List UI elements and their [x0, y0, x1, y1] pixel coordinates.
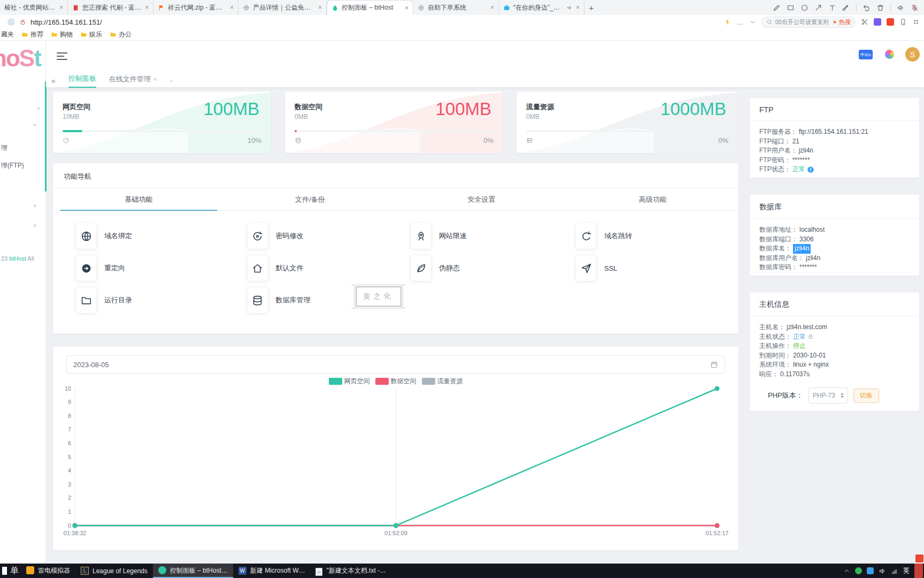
scissors-icon[interactable]	[861, 18, 868, 26]
sidebar-item-file-manage[interactable]: 理	[1, 143, 7, 153]
undo-icon[interactable]	[863, 4, 871, 12]
feature-item-4[interactable]: 域名跳转	[576, 223, 632, 249]
feature-label: SSL	[604, 264, 618, 272]
browser-tab-3[interactable]: 祥云代网.zip - 蓝奏云×	[153, 0, 238, 15]
avatar[interactable]: S	[905, 47, 920, 62]
nav-tab-3[interactable]: 安全设置	[396, 188, 567, 210]
ellipse-icon[interactable]	[800, 4, 808, 12]
php-version-select[interactable]: PHP-73	[808, 387, 848, 404]
feature-item-2[interactable]: 密码修改	[248, 223, 304, 249]
red-extension-icon[interactable]	[887, 18, 894, 26]
ime-language-indicator[interactable]: 英	[903, 566, 910, 575]
tab-close-icon[interactable]: ×	[230, 4, 234, 11]
tab-close-icon[interactable]: ×	[145, 4, 149, 11]
chevron-down-icon[interactable]	[749, 19, 756, 26]
brush-icon[interactable]	[842, 4, 850, 12]
bookmark-folder-办公[interactable]: 办公	[110, 30, 132, 39]
feature-item-1[interactable]: 域名绑定	[76, 223, 132, 249]
feature-item-8[interactable]: SSL	[576, 255, 618, 281]
sidebar-expand-icon[interactable]: ›	[37, 104, 40, 112]
sidebar-item-ftp-manage[interactable]: 理(FTP)	[1, 161, 24, 170]
apps-grid-icon[interactable]	[912, 18, 920, 26]
theme-palette-icon[interactable]	[885, 50, 894, 59]
new-tab-button[interactable]: +	[584, 0, 598, 15]
copyright-brand-link[interactable]: btHost	[9, 255, 26, 262]
rectangle-icon[interactable]	[787, 4, 795, 12]
taskbar-item-4[interactable]: W新建 Microsoft W…	[233, 564, 311, 578]
browser-tab-2[interactable]: 您正搜索 代刷 - 蓝棱社×	[68, 0, 153, 15]
legend-item-数据空间[interactable]: 数据空间	[375, 377, 417, 386]
browser-tab-5[interactable]: 控制面板 – btHost×	[327, 0, 413, 15]
tab-close-icon[interactable]: ×	[318, 4, 322, 11]
arrow-icon[interactable]	[814, 4, 822, 12]
security-lock-icon[interactable]	[19, 19, 26, 26]
info-value[interactable]: jzli4n	[793, 244, 811, 254]
sidebar-expand-icon-3[interactable]: ›	[34, 221, 36, 229]
overlay-red-badge[interactable]	[915, 554, 923, 562]
stat-card-1: 网页空间10MB100MB10%	[53, 92, 271, 153]
taskbar-item-5[interactable]: "新建文本文档.txt -…	[310, 564, 391, 578]
browser-tab-1[interactable]: 棱社 - 优质网站源码与插件×	[0, 0, 68, 15]
legend-item-流量资源[interactable]: 流量资源	[422, 377, 463, 386]
bookmark-folder-娱乐[interactable]: 娱乐	[80, 30, 102, 39]
quick-search-box[interactable]: 00后开公司设置某刑热搜	[761, 17, 856, 28]
feature-item-6[interactable]: 默认文件	[248, 255, 304, 281]
tray-green-icon[interactable]	[855, 567, 862, 574]
pencil-icon[interactable]	[773, 4, 781, 12]
tray-expand-icon[interactable]	[843, 567, 850, 574]
tab-close-icon[interactable]: ×	[59, 4, 63, 11]
feature-item-3[interactable]: 网站限速	[411, 223, 467, 249]
hot-search-badge[interactable]: 热搜	[831, 18, 851, 26]
nav-tab-4[interactable]: 高级功能	[567, 188, 739, 210]
browser-tab-4[interactable]: 产品详情｜公益免费主机互联×	[238, 0, 327, 15]
sidebar-expand-icon-2[interactable]: ›	[34, 201, 36, 209]
taskbar-item-2[interactable]: LLeague of Legends	[75, 564, 153, 578]
nav-tab-2[interactable]: 文件/备份	[225, 188, 396, 210]
taskbar-item-1[interactable]: 雷电模拟器	[21, 564, 75, 578]
purple-extension-icon[interactable]	[874, 18, 881, 26]
volume-icon[interactable]	[879, 567, 886, 575]
text-icon[interactable]	[828, 4, 836, 12]
sidebar-collapse-icon[interactable]: ›	[31, 124, 39, 126]
tab-close-icon[interactable]: ×	[490, 4, 494, 11]
network-icon[interactable]	[891, 567, 898, 575]
date-picker-input[interactable]: 2023-08-05	[66, 355, 725, 374]
extension-icon[interactable]	[7, 18, 15, 26]
language-switch-icon[interactable]: 中/En	[859, 50, 873, 59]
workspace-tab-1[interactable]: 控制面板	[68, 74, 96, 88]
taskbar-item-3[interactable]: 控制面板 – btHost…	[153, 564, 233, 578]
info-value[interactable]: 停止	[793, 341, 806, 351]
bookmark-folder-推荐[interactable]: 推荐	[21, 30, 43, 39]
bookmark-favorites-cut[interactable]: 藏夹	[1, 30, 14, 39]
feature-item-9[interactable]: 运行目录	[76, 287, 132, 313]
tray-blue-icon[interactable]	[867, 567, 874, 574]
taskbar-edge-fragment[interactable]: 单	[0, 564, 21, 578]
phone-sync-icon[interactable]	[899, 18, 907, 26]
menu-toggle-icon[interactable]	[57, 50, 67, 62]
microphone-muted-icon[interactable]	[911, 4, 919, 12]
blue-tv-icon	[503, 4, 510, 11]
trash-icon[interactable]	[876, 4, 884, 12]
tab-collapse-icon[interactable]: «	[51, 77, 56, 85]
url-text[interactable]: http://165.154.161.151/	[30, 18, 102, 26]
bookmark-folder-购物[interactable]: 购物	[51, 30, 73, 39]
lightning-icon[interactable]	[724, 18, 732, 26]
tab-sound-icon[interactable]	[567, 5, 573, 11]
legend-item-网页空间[interactable]: 网页空间	[329, 377, 370, 386]
more-icon[interactable]: …	[737, 18, 744, 26]
feature-item-7[interactable]: 伪静态	[411, 255, 460, 281]
tab-close-icon[interactable]: ×	[405, 4, 409, 12]
browser-tab-6[interactable]: 自助下单系统×	[413, 0, 499, 15]
speaker-icon[interactable]	[897, 4, 905, 12]
tab-close-icon[interactable]: ×	[576, 4, 580, 11]
gauge-icon	[63, 137, 70, 144]
feature-item-5[interactable]: 重定向	[76, 255, 125, 281]
workspace-tab-close-icon[interactable]: ×	[153, 76, 157, 82]
calendar-icon[interactable]	[710, 361, 718, 369]
workspace-tab-2[interactable]: 在线文件管理×	[109, 74, 157, 87]
show-desktop-corner[interactable]	[914, 564, 923, 578]
nav-tab-1[interactable]: 基础功能	[53, 188, 225, 210]
feature-item-10[interactable]: 数据库管理	[248, 287, 311, 313]
browser-tab-7[interactable]: “在你的身边”_哔哩哔哩_bi×	[499, 0, 584, 15]
php-switch-button[interactable]: 切换	[853, 389, 879, 403]
